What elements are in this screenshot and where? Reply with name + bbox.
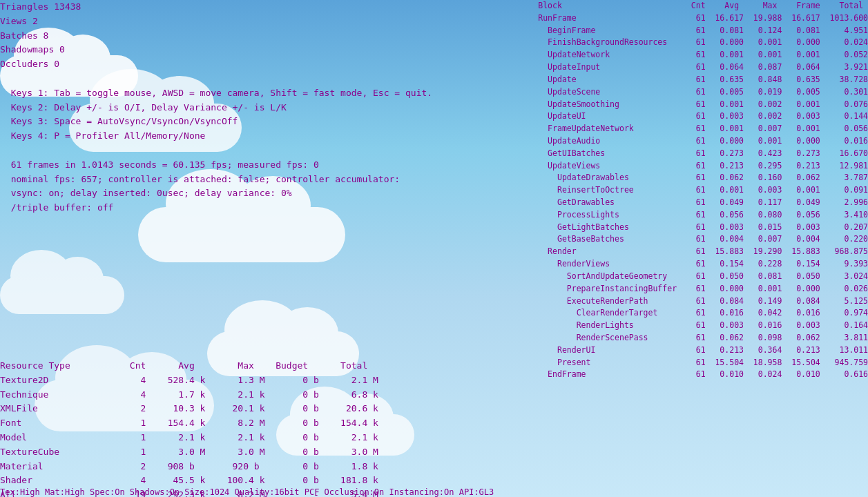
cloud-3 [138, 207, 345, 262]
cloud-4 [0, 276, 124, 314]
cloud-5 [207, 331, 359, 376]
cloud-7 [276, 414, 414, 456]
cloud-2 [69, 104, 242, 152]
cloud-6 [35, 380, 214, 431]
